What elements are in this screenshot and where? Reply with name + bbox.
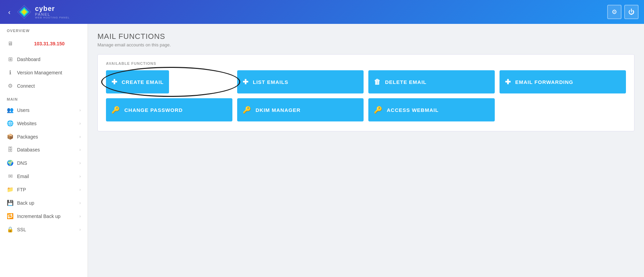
chevron-right-icon: › <box>79 174 81 179</box>
dkim-manager-label: DKIM MANAGER <box>256 107 301 113</box>
change-password-button[interactable]: 🔑 CHANGE PASSWORD <box>106 98 232 121</box>
change-password-label: CHANGE PASSWORD <box>124 107 183 113</box>
access-webmail-button[interactable]: 🔑 ACCESS WEBMAIL <box>368 98 495 121</box>
delete-email-label: DELETE EMAIL <box>385 79 427 85</box>
dns-icon: 🌍 <box>7 160 14 166</box>
chevron-right-icon: › <box>79 161 81 165</box>
sidebar-item-version[interactable]: ℹ Version Management <box>0 66 88 79</box>
delete-email-button[interactable]: 🗑 DELETE EMAIL <box>368 70 495 93</box>
email-forwarding-label: EMAIL FORWARDING <box>515 79 573 85</box>
sidebar-toggle-button[interactable]: ‹ <box>5 7 13 17</box>
chevron-right-icon: › <box>79 121 81 126</box>
page-subtitle: Manage email accounts on this page. <box>97 42 634 47</box>
list-emails-button[interactable]: ✚ LIST EMAILS <box>237 70 364 93</box>
sidebar-item-ssl[interactable]: 🔒 SSL › <box>0 223 88 236</box>
brand-name: cyber <box>35 5 70 12</box>
content-area: MAIL FUNCTIONS Manage email accounts on … <box>88 24 644 277</box>
functions-grid: ✚ CREATE EMAIL ✚ LIST EMAILS 🗑 DELETE EM… <box>106 70 626 121</box>
sidebar-item-email[interactable]: ✉ Email › <box>0 170 88 183</box>
info-icon: ℹ <box>7 69 14 76</box>
packages-icon: 📦 <box>7 133 14 140</box>
sidebar-item-label: Dashboard <box>17 57 81 62</box>
email-icon: ✉ <box>7 173 14 179</box>
sidebar-item-label: Databases <box>17 147 76 152</box>
monitor-icon: 🖥 <box>7 41 14 47</box>
sidebar-item-ftp[interactable]: 📁 FTP › <box>0 183 88 196</box>
sidebar-item-label: Packages <box>17 134 76 140</box>
databases-icon: 🗄 <box>7 147 14 153</box>
settings-button[interactable]: ⚙ <box>607 5 622 19</box>
list-emails-label: LIST EMAILS <box>253 79 288 85</box>
chevron-right-icon: › <box>79 187 81 192</box>
ip-address: 103.31.39.150 <box>17 38 72 49</box>
sidebar-item-websites[interactable]: 🌐 Websites › <box>0 117 88 130</box>
sidebar-item-label: Version Management <box>17 70 81 75</box>
sidebar-item-ip[interactable]: 🖥 103.31.39.150 <box>0 35 88 53</box>
main-section-label: MAIN <box>0 92 88 103</box>
create-email-wrapper: ✚ CREATE EMAIL <box>106 70 232 93</box>
create-email-label: CREATE EMAIL <box>122 79 164 85</box>
dkim-manager-button[interactable]: 🔑 DKIM MANAGER <box>237 98 364 121</box>
power-button[interactable]: ⏻ <box>624 5 639 19</box>
logo-icon <box>17 4 32 19</box>
key-icon: 🔑 <box>111 106 120 114</box>
functions-card: AVAILABLE FUNCTIONS ✚ CREATE EMAIL ✚ LIS… <box>97 54 634 131</box>
access-webmail-label: ACCESS WEBMAIL <box>387 107 439 113</box>
backup-icon: 💾 <box>7 200 14 206</box>
overview-section-label: OVERVIEW <box>0 24 88 35</box>
sidebar-item-label: Websites <box>17 121 76 126</box>
brand-panel: panel <box>35 12 70 16</box>
plus-icon: ✚ <box>243 78 249 86</box>
navbar-left: ‹ cyber panel WEB HOSTING PANEL <box>5 4 70 19</box>
sidebar-item-label: Users <box>17 107 76 113</box>
chevron-right-icon: › <box>79 134 81 139</box>
key-icon: 🔑 <box>243 106 251 114</box>
dashboard-icon: ⊞ <box>7 56 14 62</box>
plus-icon: ✚ <box>505 78 511 86</box>
chevron-right-icon: › <box>79 147 81 152</box>
plus-icon: ✚ <box>111 78 118 86</box>
page-title: MAIL FUNCTIONS <box>97 32 634 41</box>
navbar: ‹ cyber panel WEB HOSTING PANEL ⚙ ⏻ <box>0 0 644 24</box>
main-layout: OVERVIEW 🖥 103.31.39.150 ⊞ Dashboard ℹ V… <box>0 24 644 277</box>
incremental-backup-icon: 🔁 <box>7 213 14 219</box>
available-functions-label: AVAILABLE FUNCTIONS <box>106 61 626 65</box>
sidebar-item-label: Back up <box>17 200 76 206</box>
sidebar-item-label: Connect <box>17 83 81 89</box>
websites-icon: 🌐 <box>7 120 14 127</box>
settings-icon: ⚙ <box>612 8 617 16</box>
chevron-right-icon: › <box>79 108 81 113</box>
connect-icon: ⚙ <box>7 83 14 89</box>
sidebar-item-label: Email <box>17 174 76 179</box>
navbar-right: ⚙ ⏻ <box>607 5 639 19</box>
sidebar-item-label: Incremental Back up <box>17 214 76 219</box>
ssl-icon: 🔒 <box>7 226 14 233</box>
chevron-right-icon: › <box>79 201 81 205</box>
sidebar-item-label: FTP <box>17 187 76 192</box>
sidebar-item-users[interactable]: 👥 Users › <box>0 103 88 117</box>
users-icon: 👥 <box>7 107 14 113</box>
sidebar-item-label: SSL <box>17 227 76 232</box>
chevron-right-icon: › <box>79 227 81 232</box>
sidebar-item-label: DNS <box>17 160 76 166</box>
sidebar-item-dns[interactable]: 🌍 DNS › <box>0 156 88 170</box>
ftp-icon: 📁 <box>7 186 14 193</box>
key-icon: 🔑 <box>374 106 383 114</box>
sidebar-item-packages[interactable]: 📦 Packages › <box>0 130 88 143</box>
sidebar-item-connect[interactable]: ⚙ Connect <box>0 79 88 92</box>
brand-sub: WEB HOSTING PANEL <box>35 16 70 19</box>
sidebar-item-incremental-backup[interactable]: 🔁 Incremental Back up › <box>0 209 88 223</box>
sidebar-item-databases[interactable]: 🗄 Databases › <box>0 143 88 156</box>
power-icon: ⏻ <box>628 9 634 16</box>
logo-text: cyber panel WEB HOSTING PANEL <box>35 5 70 19</box>
sidebar: OVERVIEW 🖥 103.31.39.150 ⊞ Dashboard ℹ V… <box>0 24 88 277</box>
email-forwarding-button[interactable]: ✚ EMAIL FORWARDING <box>500 70 626 93</box>
create-email-button[interactable]: ✚ CREATE EMAIL <box>106 70 169 93</box>
empty-cell <box>500 98 626 121</box>
sidebar-item-dashboard[interactable]: ⊞ Dashboard <box>0 53 88 66</box>
sidebar-item-backup[interactable]: 💾 Back up › <box>0 196 88 209</box>
trash-icon: 🗑 <box>374 78 381 86</box>
chevron-right-icon: › <box>79 214 81 219</box>
